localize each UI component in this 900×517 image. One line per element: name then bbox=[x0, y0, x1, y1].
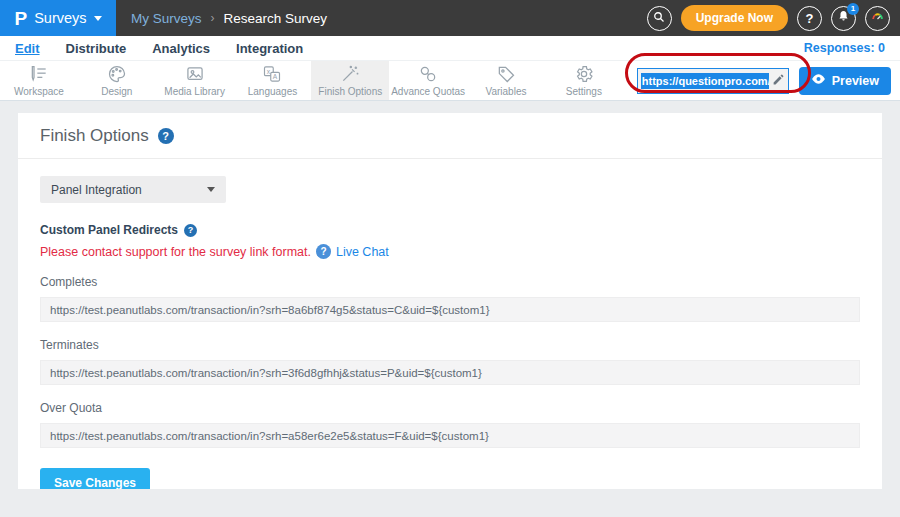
page-title: Finish Options bbox=[40, 126, 149, 146]
edit-toolbar: Workspace Design Media Library xA Langua… bbox=[0, 61, 900, 101]
live-chat-help-icon[interactable]: ? bbox=[316, 244, 331, 259]
chain-links-icon bbox=[418, 64, 438, 84]
terminates-field-group: Terminates https://test.peanutlabs.com/t… bbox=[40, 338, 860, 385]
tab-edit[interactable]: Edit bbox=[15, 41, 40, 56]
toolbar-tab-media-library[interactable]: Media Library bbox=[156, 61, 234, 100]
support-notice-row: Please contact support for the survey li… bbox=[40, 244, 860, 259]
over-quota-url-input[interactable]: https://test.peanutlabs.com/transaction/… bbox=[40, 423, 860, 448]
upgrade-now-button[interactable]: Upgrade Now bbox=[681, 5, 788, 31]
gauge-avatar-icon bbox=[870, 9, 885, 27]
preview-button[interactable]: Preview bbox=[799, 67, 891, 95]
responses-count: Responses: 0 bbox=[804, 41, 885, 55]
over-quota-field-group: Over Quota https://test.peanutlabs.com/t… bbox=[40, 401, 860, 448]
completes-label: Completes bbox=[40, 275, 860, 289]
panel-integration-dropdown[interactable]: Panel Integration bbox=[40, 176, 226, 203]
image-icon bbox=[185, 64, 205, 84]
survey-nav: Edit Distribute Analytics Integration Re… bbox=[0, 36, 900, 61]
tab-analytics[interactable]: Analytics bbox=[152, 41, 210, 56]
survey-url-wrap: https://questionpro.com/t/A bbox=[637, 61, 789, 100]
breadcrumb-separator: › bbox=[211, 11, 215, 25]
workspace-icon bbox=[29, 64, 49, 84]
translate-icon: xA bbox=[262, 64, 282, 84]
notifications-button[interactable]: 1 bbox=[831, 6, 856, 31]
toolbar-tab-finish-options[interactable]: Finish Options bbox=[311, 61, 389, 100]
notification-badge: 1 bbox=[847, 3, 859, 15]
tag-icon bbox=[496, 64, 516, 84]
toolbar-tab-advance-quotas[interactable]: Advance Quotas bbox=[389, 61, 467, 100]
dropdown-selected-value: Panel Integration bbox=[51, 183, 142, 197]
header-actions: Upgrade Now ? 1 bbox=[647, 5, 900, 31]
breadcrumb-survey-name: Research Survey bbox=[224, 11, 328, 26]
save-changes-button[interactable]: Save Changes bbox=[40, 468, 150, 489]
top-header: P Surveys My Surveys › Research Survey U… bbox=[0, 0, 900, 36]
preview-label: Preview bbox=[832, 74, 879, 88]
gear-icon bbox=[574, 64, 594, 84]
toolbar-tab-variables[interactable]: Variables bbox=[467, 61, 545, 100]
terminates-label: Terminates bbox=[40, 338, 860, 352]
card-header: Finish Options ? bbox=[18, 113, 882, 159]
redirects-help-icon[interactable]: ? bbox=[184, 224, 197, 237]
completes-url-input[interactable]: https://test.peanutlabs.com/transaction/… bbox=[40, 297, 860, 322]
survey-url-selected-text: https://questionpro.com/t/A bbox=[641, 73, 769, 89]
toolbar-tab-settings[interactable]: Settings bbox=[545, 61, 623, 100]
help-button[interactable]: ? bbox=[797, 6, 822, 31]
card-body: Panel Integration Custom Panel Redirects… bbox=[18, 159, 882, 489]
survey-url-input[interactable]: https://questionpro.com/t/A bbox=[637, 68, 789, 94]
chevron-down-icon bbox=[207, 187, 215, 192]
search-icon bbox=[653, 11, 665, 26]
product-switcher[interactable]: P Surveys bbox=[0, 0, 116, 36]
tab-integration[interactable]: Integration bbox=[236, 41, 303, 56]
completes-field-group: Completes https://test.peanutlabs.com/tr… bbox=[40, 275, 860, 322]
questionpro-logo-icon: P bbox=[14, 9, 27, 28]
toolbar-tab-workspace[interactable]: Workspace bbox=[0, 61, 78, 100]
finish-options-card: Finish Options ? Panel Integration Custo… bbox=[18, 113, 882, 489]
over-quota-label: Over Quota bbox=[40, 401, 860, 415]
eye-icon bbox=[811, 73, 826, 88]
page-content: Finish Options ? Panel Integration Custo… bbox=[0, 101, 900, 489]
product-name: Surveys bbox=[34, 10, 86, 26]
toolbar-tab-languages[interactable]: xA Languages bbox=[234, 61, 312, 100]
magic-wand-icon bbox=[340, 64, 360, 84]
breadcrumb: My Surveys › Research Survey bbox=[131, 11, 327, 26]
search-button[interactable] bbox=[647, 6, 672, 31]
finish-options-help-icon[interactable]: ? bbox=[158, 128, 174, 144]
breadcrumb-my-surveys[interactable]: My Surveys bbox=[131, 11, 202, 26]
tab-distribute[interactable]: Distribute bbox=[66, 41, 127, 56]
edit-pencil-icon[interactable] bbox=[772, 72, 785, 90]
live-chat-link[interactable]: Live Chat bbox=[336, 245, 389, 259]
svg-text:A: A bbox=[273, 73, 278, 80]
account-menu-button[interactable] bbox=[865, 6, 890, 31]
terminates-url-input[interactable]: https://test.peanutlabs.com/transaction/… bbox=[40, 360, 860, 385]
toolbar-tab-design[interactable]: Design bbox=[78, 61, 156, 100]
palette-icon bbox=[107, 64, 127, 84]
question-mark-icon: ? bbox=[806, 11, 814, 26]
custom-panel-redirects-heading: Custom Panel Redirects ? bbox=[40, 223, 860, 237]
support-notice: Please contact support for the survey li… bbox=[40, 245, 311, 259]
chevron-down-icon bbox=[94, 16, 102, 21]
